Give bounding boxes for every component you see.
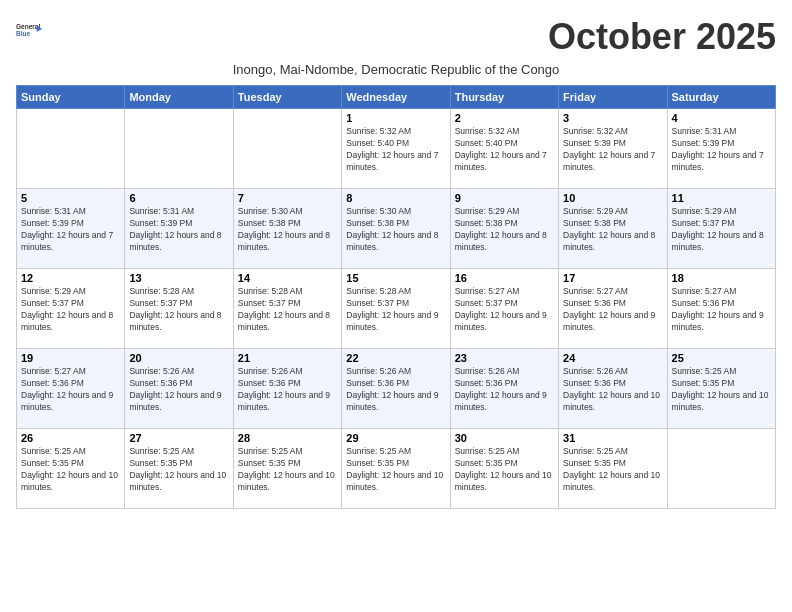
calendar-cell: 24Sunrise: 5:26 AMSunset: 5:36 PMDayligh… bbox=[559, 349, 667, 429]
week-row-4: 19Sunrise: 5:27 AMSunset: 5:36 PMDayligh… bbox=[17, 349, 776, 429]
day-info: Sunrise: 5:27 AMSunset: 5:37 PMDaylight:… bbox=[455, 286, 554, 334]
day-info: Sunrise: 5:25 AMSunset: 5:35 PMDaylight:… bbox=[672, 366, 771, 414]
day-info: Sunrise: 5:28 AMSunset: 5:37 PMDaylight:… bbox=[346, 286, 445, 334]
day-info: Sunrise: 5:29 AMSunset: 5:38 PMDaylight:… bbox=[455, 206, 554, 254]
calendar-cell: 21Sunrise: 5:26 AMSunset: 5:36 PMDayligh… bbox=[233, 349, 341, 429]
day-number: 13 bbox=[129, 272, 228, 284]
day-number: 17 bbox=[563, 272, 662, 284]
day-header-sunday: Sunday bbox=[17, 86, 125, 109]
calendar-cell: 22Sunrise: 5:26 AMSunset: 5:36 PMDayligh… bbox=[342, 349, 450, 429]
day-info: Sunrise: 5:32 AMSunset: 5:39 PMDaylight:… bbox=[563, 126, 662, 174]
day-info: Sunrise: 5:25 AMSunset: 5:35 PMDaylight:… bbox=[238, 446, 337, 494]
day-number: 31 bbox=[563, 432, 662, 444]
calendar-cell: 17Sunrise: 5:27 AMSunset: 5:36 PMDayligh… bbox=[559, 269, 667, 349]
calendar-cell: 7Sunrise: 5:30 AMSunset: 5:38 PMDaylight… bbox=[233, 189, 341, 269]
day-info: Sunrise: 5:30 AMSunset: 5:38 PMDaylight:… bbox=[346, 206, 445, 254]
day-number: 18 bbox=[672, 272, 771, 284]
day-header-thursday: Thursday bbox=[450, 86, 558, 109]
day-info: Sunrise: 5:27 AMSunset: 5:36 PMDaylight:… bbox=[672, 286, 771, 334]
calendar-cell: 9Sunrise: 5:29 AMSunset: 5:38 PMDaylight… bbox=[450, 189, 558, 269]
day-number: 19 bbox=[21, 352, 120, 364]
calendar-cell: 11Sunrise: 5:29 AMSunset: 5:37 PMDayligh… bbox=[667, 189, 775, 269]
week-row-5: 26Sunrise: 5:25 AMSunset: 5:35 PMDayligh… bbox=[17, 429, 776, 509]
calendar-cell: 27Sunrise: 5:25 AMSunset: 5:35 PMDayligh… bbox=[125, 429, 233, 509]
day-info: Sunrise: 5:26 AMSunset: 5:36 PMDaylight:… bbox=[455, 366, 554, 414]
day-header-friday: Friday bbox=[559, 86, 667, 109]
day-number: 12 bbox=[21, 272, 120, 284]
calendar-cell: 12Sunrise: 5:29 AMSunset: 5:37 PMDayligh… bbox=[17, 269, 125, 349]
week-row-1: 1Sunrise: 5:32 AMSunset: 5:40 PMDaylight… bbox=[17, 109, 776, 189]
calendar-cell: 29Sunrise: 5:25 AMSunset: 5:35 PMDayligh… bbox=[342, 429, 450, 509]
header: GeneralBlue General Blue October 2025 bbox=[16, 16, 776, 58]
day-number: 11 bbox=[672, 192, 771, 204]
calendar-cell bbox=[667, 429, 775, 509]
day-info: Sunrise: 5:29 AMSunset: 5:38 PMDaylight:… bbox=[563, 206, 662, 254]
day-number: 22 bbox=[346, 352, 445, 364]
svg-text:Blue: Blue bbox=[16, 30, 30, 37]
day-info: Sunrise: 5:30 AMSunset: 5:38 PMDaylight:… bbox=[238, 206, 337, 254]
day-number: 5 bbox=[21, 192, 120, 204]
day-number: 10 bbox=[563, 192, 662, 204]
day-number: 28 bbox=[238, 432, 337, 444]
day-info: Sunrise: 5:28 AMSunset: 5:37 PMDaylight:… bbox=[129, 286, 228, 334]
day-number: 30 bbox=[455, 432, 554, 444]
day-header-saturday: Saturday bbox=[667, 86, 775, 109]
week-row-3: 12Sunrise: 5:29 AMSunset: 5:37 PMDayligh… bbox=[17, 269, 776, 349]
calendar-cell: 14Sunrise: 5:28 AMSunset: 5:37 PMDayligh… bbox=[233, 269, 341, 349]
day-info: Sunrise: 5:25 AMSunset: 5:35 PMDaylight:… bbox=[129, 446, 228, 494]
calendar-cell: 4Sunrise: 5:31 AMSunset: 5:39 PMDaylight… bbox=[667, 109, 775, 189]
calendar-cell: 25Sunrise: 5:25 AMSunset: 5:35 PMDayligh… bbox=[667, 349, 775, 429]
calendar-cell: 23Sunrise: 5:26 AMSunset: 5:36 PMDayligh… bbox=[450, 349, 558, 429]
day-info: Sunrise: 5:27 AMSunset: 5:36 PMDaylight:… bbox=[563, 286, 662, 334]
day-info: Sunrise: 5:26 AMSunset: 5:36 PMDaylight:… bbox=[346, 366, 445, 414]
day-number: 23 bbox=[455, 352, 554, 364]
calendar-cell: 1Sunrise: 5:32 AMSunset: 5:40 PMDaylight… bbox=[342, 109, 450, 189]
calendar-cell: 20Sunrise: 5:26 AMSunset: 5:36 PMDayligh… bbox=[125, 349, 233, 429]
day-number: 24 bbox=[563, 352, 662, 364]
day-header-tuesday: Tuesday bbox=[233, 86, 341, 109]
day-number: 15 bbox=[346, 272, 445, 284]
day-info: Sunrise: 5:32 AMSunset: 5:40 PMDaylight:… bbox=[455, 126, 554, 174]
calendar-cell: 6Sunrise: 5:31 AMSunset: 5:39 PMDaylight… bbox=[125, 189, 233, 269]
day-info: Sunrise: 5:25 AMSunset: 5:35 PMDaylight:… bbox=[563, 446, 662, 494]
calendar-cell: 30Sunrise: 5:25 AMSunset: 5:35 PMDayligh… bbox=[450, 429, 558, 509]
day-number: 27 bbox=[129, 432, 228, 444]
calendar-cell: 2Sunrise: 5:32 AMSunset: 5:40 PMDaylight… bbox=[450, 109, 558, 189]
day-info: Sunrise: 5:25 AMSunset: 5:35 PMDaylight:… bbox=[21, 446, 120, 494]
day-number: 29 bbox=[346, 432, 445, 444]
month-title: October 2025 bbox=[548, 16, 776, 58]
day-number: 9 bbox=[455, 192, 554, 204]
calendar-cell bbox=[233, 109, 341, 189]
day-number: 2 bbox=[455, 112, 554, 124]
day-info: Sunrise: 5:29 AMSunset: 5:37 PMDaylight:… bbox=[21, 286, 120, 334]
day-number: 4 bbox=[672, 112, 771, 124]
day-number: 7 bbox=[238, 192, 337, 204]
calendar-cell bbox=[125, 109, 233, 189]
day-info: Sunrise: 5:26 AMSunset: 5:36 PMDaylight:… bbox=[563, 366, 662, 414]
day-info: Sunrise: 5:31 AMSunset: 5:39 PMDaylight:… bbox=[672, 126, 771, 174]
day-info: Sunrise: 5:29 AMSunset: 5:37 PMDaylight:… bbox=[672, 206, 771, 254]
day-info: Sunrise: 5:28 AMSunset: 5:37 PMDaylight:… bbox=[238, 286, 337, 334]
calendar-cell: 16Sunrise: 5:27 AMSunset: 5:37 PMDayligh… bbox=[450, 269, 558, 349]
day-number: 6 bbox=[129, 192, 228, 204]
day-number: 1 bbox=[346, 112, 445, 124]
calendar-subtitle: Inongo, Mai-Ndombe, Democratic Republic … bbox=[16, 62, 776, 77]
week-row-2: 5Sunrise: 5:31 AMSunset: 5:39 PMDaylight… bbox=[17, 189, 776, 269]
day-number: 25 bbox=[672, 352, 771, 364]
day-info: Sunrise: 5:27 AMSunset: 5:36 PMDaylight:… bbox=[21, 366, 120, 414]
day-number: 20 bbox=[129, 352, 228, 364]
calendar-cell bbox=[17, 109, 125, 189]
calendar-cell: 3Sunrise: 5:32 AMSunset: 5:39 PMDaylight… bbox=[559, 109, 667, 189]
calendar-cell: 26Sunrise: 5:25 AMSunset: 5:35 PMDayligh… bbox=[17, 429, 125, 509]
logo: GeneralBlue General Blue bbox=[16, 16, 44, 44]
calendar-cell: 5Sunrise: 5:31 AMSunset: 5:39 PMDaylight… bbox=[17, 189, 125, 269]
calendar-cell: 28Sunrise: 5:25 AMSunset: 5:35 PMDayligh… bbox=[233, 429, 341, 509]
day-number: 16 bbox=[455, 272, 554, 284]
day-info: Sunrise: 5:32 AMSunset: 5:40 PMDaylight:… bbox=[346, 126, 445, 174]
day-number: 14 bbox=[238, 272, 337, 284]
logo-icon: GeneralBlue bbox=[16, 16, 44, 44]
calendar-table: SundayMondayTuesdayWednesdayThursdayFrid… bbox=[16, 85, 776, 509]
day-info: Sunrise: 5:26 AMSunset: 5:36 PMDaylight:… bbox=[129, 366, 228, 414]
day-info: Sunrise: 5:25 AMSunset: 5:35 PMDaylight:… bbox=[455, 446, 554, 494]
calendar-cell: 31Sunrise: 5:25 AMSunset: 5:35 PMDayligh… bbox=[559, 429, 667, 509]
